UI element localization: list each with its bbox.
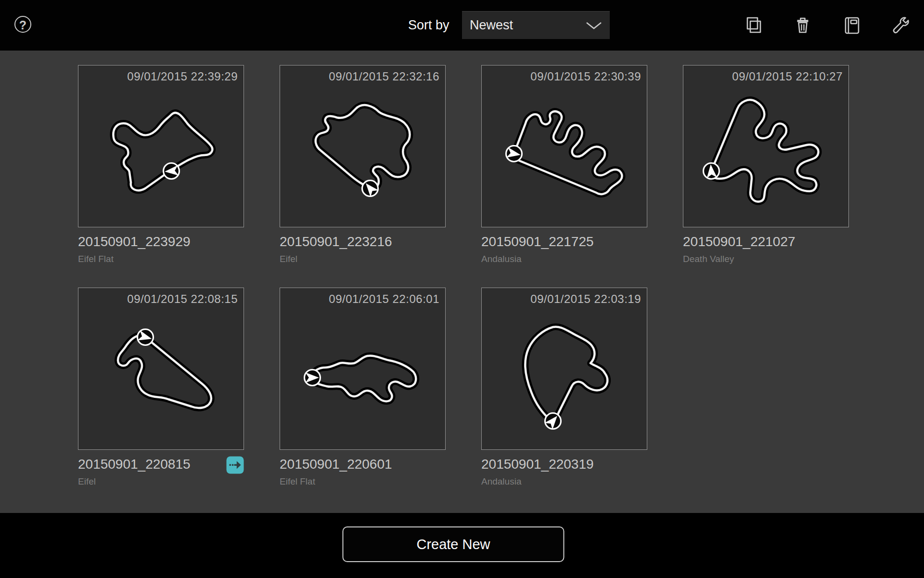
trash-icon xyxy=(792,15,813,36)
track-thumbnail: 09/01/2015 22:06:01 xyxy=(280,288,446,450)
start-marker xyxy=(544,412,561,429)
track-thumbnail: 09/01/2015 22:10:27 xyxy=(683,65,849,227)
track-card[interactable]: 09/01/2015 22:08:15 20150901_220815 Eife… xyxy=(78,288,244,486)
delete-button[interactable] xyxy=(792,15,813,36)
track-thumbnail: 09/01/2015 22:03:19 xyxy=(481,288,647,450)
track-thumbnail: 09/01/2015 22:08:15 xyxy=(78,288,244,450)
card-location: Andalusia xyxy=(481,254,647,264)
card-name: 20150901_220319 xyxy=(481,457,647,472)
start-marker xyxy=(137,329,153,345)
create-new-button[interactable]: Create New xyxy=(343,526,565,562)
track-path-outline xyxy=(525,327,607,422)
card-name: 20150901_221725 xyxy=(481,234,647,250)
help-button[interactable]: ? xyxy=(14,16,31,33)
track-card[interactable]: 09/01/2015 22:30:39 20150901_221725 Anda… xyxy=(481,65,647,263)
start-marker xyxy=(305,370,321,386)
card-location: Eifel Flat xyxy=(78,254,244,264)
dash-icon xyxy=(230,464,231,466)
start-marker xyxy=(506,146,522,162)
track-map xyxy=(89,80,233,224)
track-card[interactable]: 09/01/2015 22:03:19 20150901_220319 Anda… xyxy=(481,288,647,486)
track-card[interactable]: 09/01/2015 22:32:16 20150901_223216 Eife… xyxy=(280,65,446,263)
card-name: 20150901_221027 xyxy=(683,234,849,250)
track-card[interactable]: 09/01/2015 22:10:27 20150901_221027 Deat… xyxy=(683,65,849,263)
card-name: 20150901_220601 xyxy=(280,457,446,472)
track-map xyxy=(492,80,637,224)
dash-icon xyxy=(232,464,233,466)
card-name: 20150901_223216 xyxy=(280,234,446,250)
card-name: 20150901_223929 xyxy=(78,234,244,250)
card-location: Eifel xyxy=(78,476,244,487)
copy-icon xyxy=(743,15,764,36)
start-marker xyxy=(362,180,379,197)
sort-by-label: Sort by xyxy=(408,18,449,33)
track-card[interactable]: 09/01/2015 22:06:01 20150901_220601 Eife… xyxy=(280,288,446,486)
copy-button[interactable] xyxy=(743,15,764,36)
start-marker xyxy=(704,163,719,179)
toolbar-icons xyxy=(743,15,911,36)
settings-button[interactable] xyxy=(890,15,911,36)
card-location: Eifel Flat xyxy=(280,476,446,487)
top-bar: ? Sort by Newest xyxy=(0,0,924,51)
card-location: Death Valley xyxy=(683,254,849,264)
card-location: Eifel xyxy=(280,254,446,264)
track-thumbnail: 09/01/2015 22:39:29 xyxy=(78,65,244,227)
track-path xyxy=(513,111,622,194)
manual-button[interactable] xyxy=(841,15,862,36)
track-thumbnail: 09/01/2015 22:32:16 xyxy=(280,65,446,227)
wrench-icon xyxy=(890,15,911,36)
card-name: 20150901_220815 xyxy=(78,457,244,472)
track-grid: 09/01/2015 22:39:29 20150901_223929 Eife… xyxy=(0,51,924,513)
manual-icon xyxy=(841,15,862,36)
track-map xyxy=(89,302,233,447)
track-path-outline xyxy=(118,335,211,408)
track-card[interactable]: 09/01/2015 22:39:29 20150901_223929 Eife… xyxy=(78,65,244,263)
chevron-down-icon xyxy=(586,22,602,29)
card-location: Andalusia xyxy=(481,476,647,487)
track-map xyxy=(694,80,838,224)
sort-dropdown[interactable]: Newest xyxy=(462,11,610,39)
bottom-bar: Create New xyxy=(0,513,924,578)
shared-badge xyxy=(226,456,244,474)
sort-selected-value: Newest xyxy=(470,18,513,33)
track-map xyxy=(291,302,435,447)
track-map xyxy=(291,80,435,224)
track-map xyxy=(492,302,637,447)
start-marker xyxy=(164,163,180,179)
track-thumbnail: 09/01/2015 22:30:39 xyxy=(481,65,647,227)
